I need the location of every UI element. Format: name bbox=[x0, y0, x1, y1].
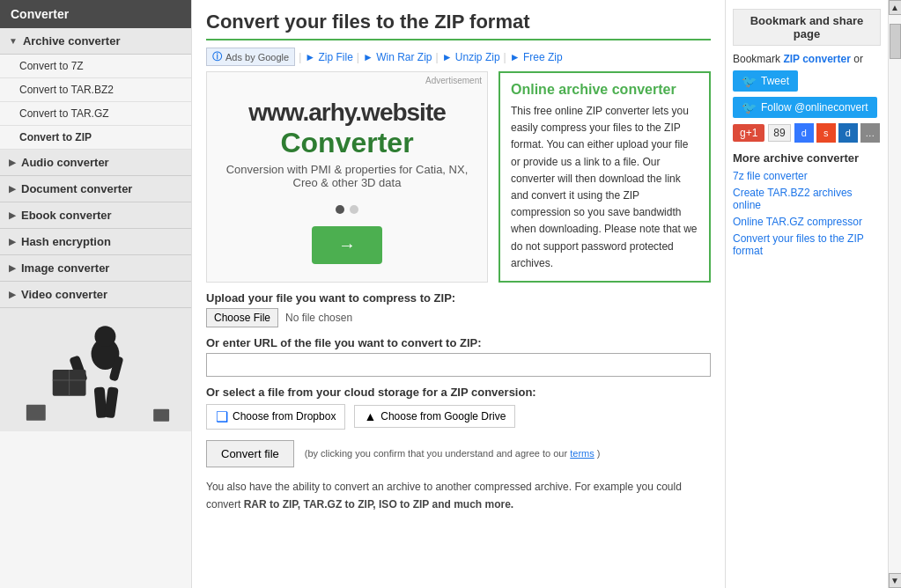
nav-sep-1: | bbox=[299, 51, 301, 63]
sidebar-section-video: ▶ Video converter bbox=[0, 282, 191, 308]
ad-next-button[interactable]: → bbox=[312, 226, 382, 264]
gdrive-button[interactable]: ▲ Choose from Google Drive bbox=[354, 405, 515, 428]
scroll-down-button[interactable]: ▼ bbox=[889, 573, 902, 588]
delicious-icon[interactable]: d bbox=[794, 123, 814, 143]
nav-sep-4: | bbox=[504, 51, 506, 63]
more-share-icon[interactable]: … bbox=[860, 123, 880, 143]
dropbox-label: Choose from Dropbox bbox=[233, 410, 336, 423]
ads-text: Ads by Google bbox=[225, 52, 289, 62]
sidebar-section-label-document: Document converter bbox=[21, 182, 132, 195]
tweet-button[interactable]: 🐦 Tweet bbox=[733, 70, 798, 92]
sidebar-section-header-document[interactable]: ▶ Document converter bbox=[0, 176, 191, 202]
list-item: Convert your files to the ZIP format bbox=[733, 232, 881, 257]
follow-button[interactable]: 🐦 Follow @onlineconvert bbox=[733, 97, 877, 118]
bottom-text: You also have the ability to convert an … bbox=[206, 478, 711, 514]
sidebar-section-label-image: Image converter bbox=[21, 261, 109, 275]
ad-dot-2 bbox=[350, 205, 358, 214]
sidebar-illustration bbox=[0, 308, 191, 431]
more-archive-list: 7z file converter Create TAR.BZ2 archive… bbox=[733, 170, 881, 257]
cloud-label: Or select a file from your cloud storage… bbox=[206, 386, 711, 399]
more-item-4-link[interactable]: Convert your files to the ZIP format bbox=[733, 232, 864, 257]
ads-label: ⓘ Ads by Google bbox=[206, 48, 295, 66]
convert-button[interactable]: Convert file bbox=[206, 440, 294, 467]
sidebar-section-header-audio[interactable]: ▶ Audio converter bbox=[0, 150, 191, 176]
page-title: Convert your files to the ZIP format bbox=[206, 11, 711, 40]
tab-winrar-zip[interactable]: ► Win Rar Zip bbox=[363, 51, 432, 63]
file-input-row: Choose File No file chosen bbox=[206, 308, 711, 327]
choose-file-button[interactable]: Choose File bbox=[206, 308, 278, 327]
gplus-button[interactable]: g+1 bbox=[733, 124, 764, 142]
sidebar-section-label-hash: Hash encryption bbox=[21, 235, 111, 248]
dropbox-button[interactable]: ❑ Choose from Dropbox bbox=[206, 404, 345, 430]
tab-free-zip[interactable]: ► Free Zip bbox=[510, 51, 563, 63]
arrow-right-icon-image: ▶ bbox=[9, 263, 16, 273]
tab-unzip-zip[interactable]: ► Unzip Zip bbox=[442, 51, 500, 63]
sidebar-section-archive: ▼ Archive converter Convert to 7Z Conver… bbox=[0, 28, 191, 150]
main-inner: Convert your files to the ZIP format ⓘ A… bbox=[192, 0, 725, 525]
info-icon: ⓘ bbox=[212, 50, 222, 63]
zip-converter-link[interactable]: ZIP converter bbox=[783, 53, 850, 65]
ad-content: www.arhy.website Converter Conversion wi… bbox=[207, 90, 487, 198]
sidebar-section-header-image[interactable]: ▶ Image converter bbox=[0, 255, 191, 282]
sidebar-section-label-video: Video converter bbox=[21, 288, 107, 301]
ad-sub-text: Converter bbox=[216, 127, 478, 159]
svg-point-2 bbox=[95, 326, 116, 347]
follow-label: Follow @onlineconvert bbox=[761, 101, 868, 114]
cloud-buttons: ❑ Choose from Dropbox ▲ Choose from Goog… bbox=[206, 404, 711, 430]
more-item-3-link[interactable]: Online TAR.GZ compressor bbox=[733, 216, 862, 228]
burglar-svg bbox=[0, 308, 191, 431]
bookmark-or: or bbox=[853, 53, 863, 65]
sidebar-section-header-video[interactable]: ▶ Video converter bbox=[0, 282, 191, 308]
nav-sep-3: | bbox=[436, 51, 439, 63]
list-item: Create TAR.BZ2 archives online bbox=[733, 187, 881, 211]
gplus-count: 89 bbox=[768, 124, 790, 142]
sidebar-section-header-ebook[interactable]: ▶ Ebook converter bbox=[0, 202, 191, 229]
sidebar-section-header-archive[interactable]: ▼ Archive converter bbox=[0, 28, 191, 55]
ad-watermark-text: www.arhy.website bbox=[216, 99, 478, 127]
more-item-2-link[interactable]: Create TAR.BZ2 archives online bbox=[733, 187, 853, 211]
sidebar-section-header-hash[interactable]: ▶ Hash encryption bbox=[0, 229, 191, 255]
arrow-right-icon-hash: ▶ bbox=[9, 237, 16, 246]
nav-sep-2: | bbox=[357, 51, 359, 63]
sidebar-section-audio: ▶ Audio converter bbox=[0, 150, 191, 176]
url-label: Or enter URL of the file you want to con… bbox=[206, 336, 711, 349]
sidebar-section-image: ▶ Image converter bbox=[0, 255, 191, 282]
sidebar-item-targz[interactable]: Convert to TAR.GZ bbox=[0, 102, 191, 126]
digg-icon[interactable]: d bbox=[838, 123, 858, 143]
more-item-1-link[interactable]: 7z file converter bbox=[733, 170, 808, 182]
sidebar-section-document: ▶ Document converter bbox=[0, 176, 191, 202]
sidebar-section-hash: ▶ Hash encryption bbox=[0, 229, 191, 255]
sidebar-section-label-ebook: Ebook converter bbox=[21, 209, 112, 222]
converter-info-box: Online archive converter This free onlin… bbox=[499, 71, 711, 283]
ad-description: Conversion with PMI & properties for Cat… bbox=[216, 163, 478, 189]
sidebar: Converter ▼ Archive converter Convert to… bbox=[0, 0, 192, 588]
sidebar-item-zip[interactable]: Convert to ZIP bbox=[0, 126, 191, 150]
advertisement-label: Advertisement bbox=[425, 76, 482, 85]
dropbox-icon: ❑ bbox=[216, 408, 228, 425]
sidebar-section-ebook: ▶ Ebook converter bbox=[0, 202, 191, 229]
arrow-down-icon: ▼ bbox=[9, 36, 18, 46]
scroll-thumb[interactable] bbox=[890, 24, 901, 59]
arrow-right-icon-ebook: ▶ bbox=[9, 210, 16, 220]
sidebar-section-label-audio: Audio converter bbox=[21, 156, 109, 169]
main-content: Convert your files to the ZIP format ⓘ A… bbox=[192, 0, 725, 588]
svg-rect-10 bbox=[26, 405, 46, 421]
arrow-right-icon-audio: ▶ bbox=[9, 158, 16, 167]
terms-text: (by clicking you confirm that you unders… bbox=[305, 448, 601, 459]
bookmark-text: Bookmark ZIP converter or bbox=[733, 53, 881, 65]
nav-tabs: ⓘ Ads by Google | ► Zip File | ► Win Rar… bbox=[206, 48, 711, 66]
right-sidebar: Bookmark and share page Bookmark ZIP con… bbox=[725, 0, 888, 588]
stumbleupon-icon[interactable]: s bbox=[816, 123, 836, 143]
share-icons: d s d … bbox=[794, 123, 880, 143]
tab-zip-file[interactable]: ► Zip File bbox=[305, 51, 353, 63]
list-item: Online TAR.GZ compressor bbox=[733, 216, 881, 228]
url-input[interactable] bbox=[206, 353, 711, 377]
terms-link[interactable]: terms bbox=[570, 448, 595, 459]
sidebar-item-tarbz2[interactable]: Convert to TAR.BZ2 bbox=[0, 78, 191, 102]
terms-close: ) bbox=[597, 448, 601, 459]
svg-rect-11 bbox=[153, 409, 169, 422]
scroll-up-button[interactable]: ▲ bbox=[889, 0, 902, 15]
gplus-label: g+1 bbox=[740, 127, 757, 139]
sidebar-item-7z[interactable]: Convert to 7Z bbox=[0, 55, 191, 78]
ad-dots bbox=[336, 205, 358, 214]
